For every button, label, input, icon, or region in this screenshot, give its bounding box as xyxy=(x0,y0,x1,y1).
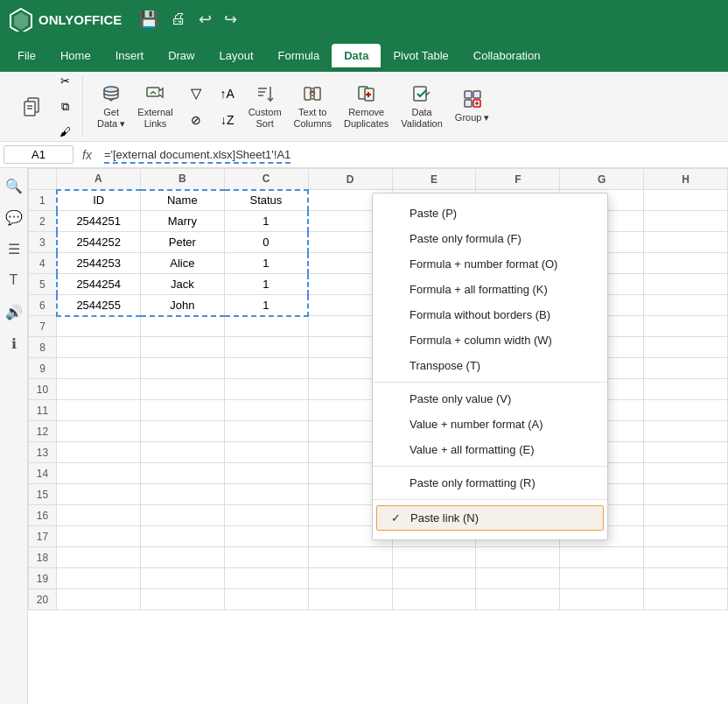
cut-button[interactable]: ✂ xyxy=(52,69,77,94)
row-header-9[interactable]: 9 xyxy=(29,358,57,379)
cell-1-h[interactable] xyxy=(644,190,728,211)
cell-18-d[interactable] xyxy=(308,547,392,568)
menu-draw[interactable]: Draw xyxy=(156,44,206,67)
row-header-12[interactable]: 12 xyxy=(29,421,57,442)
cell-8-a[interactable] xyxy=(57,337,141,358)
cell-4-a[interactable]: 2544253 xyxy=(57,253,141,274)
cell-5-h[interactable] xyxy=(644,274,728,295)
cell-2-h[interactable] xyxy=(644,211,728,232)
custom-sort-button[interactable]: CustomSort xyxy=(243,80,287,134)
cell-17-a[interactable] xyxy=(57,526,141,547)
cell-18-g[interactable] xyxy=(560,547,644,568)
cell-16-h[interactable] xyxy=(644,505,728,526)
cell-10-h[interactable] xyxy=(644,379,728,400)
paste-button[interactable] xyxy=(12,80,51,134)
cell-3-b[interactable]: Peter xyxy=(140,232,224,253)
cell-10-c[interactable] xyxy=(224,379,308,400)
cell-6-h[interactable] xyxy=(644,295,728,316)
cell-5-b[interactable]: Jack xyxy=(140,274,224,295)
sidebar-info-icon[interactable]: ℹ xyxy=(4,333,24,354)
sidebar-search-icon[interactable]: 🔍 xyxy=(4,175,24,196)
cell-14-b[interactable] xyxy=(140,463,224,484)
remove-duplicates-button[interactable]: RemoveDuplicates xyxy=(339,80,394,134)
col-header-h[interactable]: H xyxy=(644,169,728,190)
cell-20-b[interactable] xyxy=(140,589,224,610)
cell-13-h[interactable] xyxy=(644,442,728,463)
row-header-11[interactable]: 11 xyxy=(29,400,57,421)
row-header-3[interactable]: 3 xyxy=(29,232,57,253)
cell-13-a[interactable] xyxy=(57,442,141,463)
ctx-paste-formatting[interactable]: Paste only formatting (R) xyxy=(373,470,607,496)
cell-8-c[interactable] xyxy=(224,337,308,358)
cell-4-b[interactable]: Alice xyxy=(140,253,224,274)
cell-2-b[interactable]: Marry xyxy=(140,211,224,232)
save-icon[interactable]: 💾 xyxy=(139,10,158,29)
cell-15-c[interactable] xyxy=(224,484,308,505)
cell-14-c[interactable] xyxy=(224,463,308,484)
cell-11-h[interactable] xyxy=(644,400,728,421)
cell-11-a[interactable] xyxy=(57,400,141,421)
menu-formula[interactable]: Formula xyxy=(266,44,332,67)
sidebar-text-icon[interactable]: T xyxy=(4,270,24,291)
cell-8-b[interactable] xyxy=(140,337,224,358)
sort-desc-button[interactable]: ↓Z xyxy=(215,108,240,132)
col-header-d[interactable]: D xyxy=(308,169,392,190)
cell-17-c[interactable] xyxy=(224,526,308,547)
cell-9-b[interactable] xyxy=(140,358,224,379)
cell-2-c[interactable]: 1 xyxy=(224,211,308,232)
print-icon[interactable]: 🖨 xyxy=(171,10,186,29)
cell-20-h[interactable] xyxy=(644,589,728,610)
cell-7-a[interactable] xyxy=(57,316,141,337)
cell-16-a[interactable] xyxy=(57,505,141,526)
cell-16-b[interactable] xyxy=(140,505,224,526)
cell-19-h[interactable] xyxy=(644,568,728,589)
ctx-value-number-format[interactable]: Value + number format (A) xyxy=(373,412,607,437)
cell-18-b[interactable] xyxy=(140,547,224,568)
cell-6-b[interactable]: John xyxy=(140,295,224,316)
cell-3-c[interactable]: 0 xyxy=(224,232,308,253)
col-header-e[interactable]: E xyxy=(392,169,476,190)
ctx-formula-number-format[interactable]: Formula + number format (O) xyxy=(373,251,607,277)
col-header-b[interactable]: B xyxy=(140,169,224,190)
cell-19-g[interactable] xyxy=(560,568,644,589)
sidebar-cells-icon[interactable]: ☰ xyxy=(4,238,24,259)
cell-5-c[interactable]: 1 xyxy=(224,274,308,295)
cell-11-c[interactable] xyxy=(224,400,308,421)
cell-1-a[interactable]: ID xyxy=(57,190,141,211)
cell-20-g[interactable] xyxy=(560,589,644,610)
cell-10-b[interactable] xyxy=(140,379,224,400)
row-header-6[interactable]: 6 xyxy=(29,295,57,316)
cell-2-a[interactable]: 2544251 xyxy=(57,211,141,232)
cell-14-h[interactable] xyxy=(644,463,728,484)
menu-layout[interactable]: Layout xyxy=(207,44,266,67)
cell-19-d[interactable] xyxy=(308,568,392,589)
row-header-4[interactable]: 4 xyxy=(29,253,57,274)
cell-12-b[interactable] xyxy=(140,421,224,442)
cell-19-a[interactable] xyxy=(57,568,141,589)
cell-10-a[interactable] xyxy=(57,379,141,400)
menu-data[interactable]: Data xyxy=(332,44,381,67)
cell-6-a[interactable]: 2544255 xyxy=(57,295,141,316)
ctx-paste[interactable]: Paste (P) xyxy=(373,201,607,226)
row-header-13[interactable]: 13 xyxy=(29,442,57,463)
cell-20-f[interactable] xyxy=(476,589,560,610)
col-header-g[interactable]: G xyxy=(560,169,644,190)
col-header-f[interactable]: F xyxy=(476,169,560,190)
row-header-2[interactable]: 2 xyxy=(29,211,57,232)
cell-7-b[interactable] xyxy=(140,316,224,337)
cell-15-b[interactable] xyxy=(140,484,224,505)
row-header-18[interactable]: 18 xyxy=(29,547,57,568)
cell-13-c[interactable] xyxy=(224,442,308,463)
cell-20-c[interactable] xyxy=(224,589,308,610)
cell-12-a[interactable] xyxy=(57,421,141,442)
copy-button[interactable]: ⧉ xyxy=(52,95,77,119)
cell-reference-input[interactable] xyxy=(4,145,74,164)
cell-18-c[interactable] xyxy=(224,547,308,568)
cell-18-f[interactable] xyxy=(476,547,560,568)
cell-13-b[interactable] xyxy=(140,442,224,463)
data-validation-button[interactable]: DataValidation xyxy=(396,80,448,134)
cell-9-c[interactable] xyxy=(224,358,308,379)
menu-collaboration[interactable]: Collaboration xyxy=(461,44,553,67)
cell-18-e[interactable] xyxy=(392,547,476,568)
cell-4-c[interactable]: 1 xyxy=(224,253,308,274)
